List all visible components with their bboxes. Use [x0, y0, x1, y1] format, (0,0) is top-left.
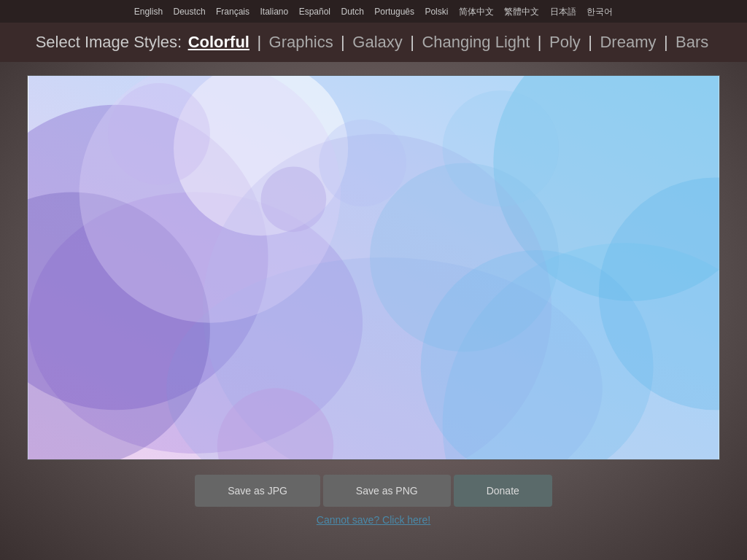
style-bars[interactable]: Bars — [676, 33, 708, 51]
lang-japanese[interactable]: 日本語 — [550, 7, 576, 17]
lang-deustch[interactable]: Deustch — [174, 7, 206, 17]
lang-dutch[interactable]: Dutch — [341, 7, 363, 17]
lang-polski[interactable]: Polski — [425, 7, 448, 17]
svg-point-16 — [319, 120, 406, 207]
separator-1: | — [257, 33, 261, 51]
style-galaxy[interactable]: Galaxy — [352, 33, 402, 51]
lang-espanol[interactable]: Español — [299, 7, 330, 17]
language-bar: English Deustch Français Italiano Españo… — [0, 0, 747, 23]
lang-portugues[interactable]: Português — [374, 7, 414, 17]
style-poly[interactable]: Poly — [549, 33, 581, 51]
lang-korean[interactable]: 한국어 — [587, 7, 613, 17]
cannot-save-link[interactable]: Cannot save? Click here! — [317, 514, 430, 526]
style-graphics[interactable]: Graphics — [269, 33, 333, 51]
separator-2: | — [341, 33, 345, 51]
lang-simplified-chinese[interactable]: 简体中文 — [459, 7, 494, 17]
style-changing-light[interactable]: Changing Light — [422, 33, 530, 51]
image-canvas — [27, 75, 720, 460]
style-dreamy[interactable]: Dreamy — [600, 33, 656, 51]
save-png-button[interactable]: Save as PNG — [323, 475, 451, 507]
style-colorful[interactable]: Colorful — [188, 33, 249, 51]
separator-3: | — [410, 33, 414, 51]
style-prefix: Select Image Styles: — [36, 33, 182, 51]
button-row: Save as JPG Save as PNG Donate — [193, 475, 554, 507]
lang-english[interactable]: English — [134, 7, 163, 17]
separator-5: | — [588, 33, 592, 51]
lang-francais[interactable]: Français — [216, 7, 249, 17]
lang-traditional-chinese[interactable]: 繁體中文 — [504, 7, 539, 17]
save-jpg-button[interactable]: Save as JPG — [195, 475, 320, 507]
separator-6: | — [664, 33, 668, 51]
lang-italiano[interactable]: Italiano — [260, 7, 288, 17]
separator-4: | — [538, 33, 542, 51]
style-bar: Select Image Styles: Colorful | Graphics… — [0, 23, 747, 62]
donate-button[interactable]: Donate — [454, 475, 552, 507]
svg-point-17 — [443, 90, 559, 206]
